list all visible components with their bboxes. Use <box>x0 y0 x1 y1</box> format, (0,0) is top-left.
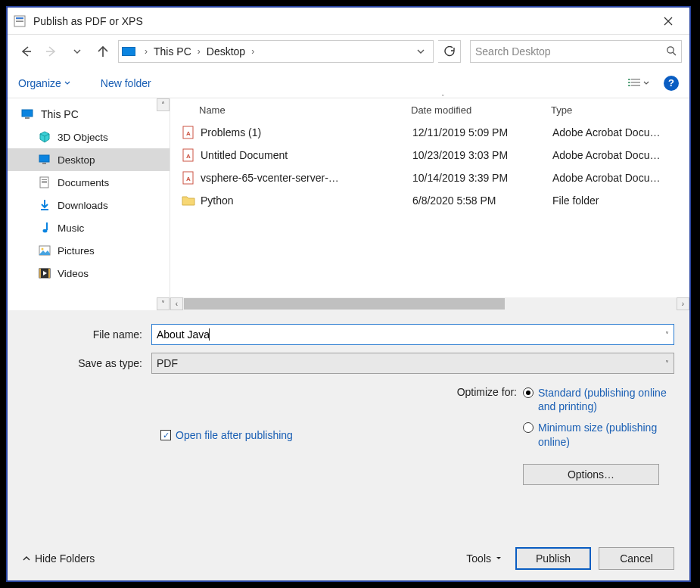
dialog-window: Publish as PDF or XPS › This PC › Deskto… <box>6 6 691 582</box>
tree-item-desktop[interactable]: Desktop <box>8 148 170 171</box>
svg-rect-25 <box>48 269 50 278</box>
file-date: 10/23/2019 3:03 PM <box>412 149 552 161</box>
chevron-down-icon <box>64 80 70 86</box>
tools-menu[interactable]: Tools <box>466 552 502 565</box>
tree-scroll-up[interactable]: ˄ <box>157 98 170 111</box>
horizontal-scrollbar[interactable]: ‹ › <box>170 297 689 310</box>
svg-rect-19 <box>41 209 48 210</box>
optimize-label: Optimize for: <box>457 386 517 485</box>
svg-point-22 <box>42 248 44 250</box>
search-placeholder: Search Desktop <box>475 45 666 58</box>
videos-icon <box>38 266 51 280</box>
cancel-button[interactable]: Cancel <box>599 547 674 570</box>
svg-text:A: A <box>186 130 191 137</box>
recent-dropdown[interactable] <box>67 41 88 62</box>
scroll-left-icon[interactable]: ‹ <box>170 297 183 310</box>
tree-root-this-pc[interactable]: This PC <box>8 103 170 126</box>
filename-input[interactable]: About Java ˅ <box>151 324 674 345</box>
svg-rect-16 <box>42 179 47 180</box>
savetype-value: PDF <box>157 357 178 369</box>
svg-text:A: A <box>186 176 191 182</box>
hide-folders-toggle[interactable]: Hide Folders <box>23 552 95 565</box>
tree-item-pictures[interactable]: Pictures <box>8 239 170 262</box>
col-type[interactable]: Type <box>551 104 689 116</box>
scroll-thumb[interactable] <box>184 298 505 310</box>
file-row[interactable]: AProblems (1)12/11/2019 5:09 PMAdobe Acr… <box>170 121 689 144</box>
organize-label: Organize <box>18 77 61 89</box>
crumb-this-pc[interactable]: This PC <box>151 45 194 58</box>
doc-icon <box>38 176 51 189</box>
tree-item-music[interactable]: Music <box>8 216 170 239</box>
file-row[interactable]: AUntitled Document10/23/2019 3:03 PMAdob… <box>170 144 689 166</box>
titlebar: Publish as PDF or XPS <box>8 8 689 35</box>
svg-rect-7 <box>628 82 630 83</box>
col-name[interactable]: Name <box>199 104 411 116</box>
pictures-icon <box>38 244 51 257</box>
file-date: 12/11/2019 5:09 PM <box>412 126 552 138</box>
toolbar: Organize New folder ? <box>8 68 689 98</box>
scroll-track[interactable] <box>183 297 677 310</box>
tree-item-documents[interactable]: Documents <box>8 171 170 194</box>
publish-button[interactable]: Publish <box>515 547 591 570</box>
crumb-desktop[interactable]: Desktop <box>204 45 248 58</box>
forward-button[interactable] <box>41 41 62 62</box>
search-icon <box>666 45 677 58</box>
address-dropdown[interactable] <box>412 42 430 61</box>
chevron-down-icon[interactable]: ˅ <box>665 359 669 368</box>
open-after-publish-checkbox[interactable]: ✓ Open file after publishing <box>160 386 293 485</box>
optimize-standard-label: Standard (publishing online and printing… <box>538 386 674 413</box>
chevron-up-icon <box>23 555 30 562</box>
close-button[interactable] <box>653 11 683 32</box>
file-type: Adobe Acrobat Docu… <box>552 149 689 161</box>
tools-label: Tools <box>466 552 491 565</box>
optimize-standard-radio[interactable]: Standard (publishing online and printing… <box>523 386 674 413</box>
scroll-right-icon[interactable]: › <box>677 297 689 310</box>
svg-rect-2 <box>16 20 23 20</box>
address-bar[interactable]: › This PC › Desktop › <box>118 40 434 63</box>
svg-rect-3 <box>16 21 23 22</box>
col-date[interactable]: ˅ Date modified <box>411 104 551 116</box>
file-name: Untitled Document <box>201 149 412 161</box>
help-button[interactable]: ? <box>664 76 679 91</box>
refresh-button[interactable] <box>438 40 461 63</box>
tree-item-3d-objects[interactable]: 3D Objects <box>8 126 170 148</box>
tree-item-videos[interactable]: Videos <box>8 262 170 285</box>
back-button[interactable] <box>15 41 36 62</box>
optimize-minimum-radio[interactable]: Minimum size (publishing online) <box>523 421 674 448</box>
chevron-down-icon[interactable]: ˅ <box>665 331 669 339</box>
view-mode-button[interactable] <box>621 73 656 93</box>
new-folder-button[interactable]: New folder <box>101 77 151 89</box>
file-row[interactable]: Avsphere-65-vcenter-server-…10/14/2019 3… <box>170 166 689 189</box>
search-input[interactable]: Search Desktop <box>470 40 682 63</box>
music-icon <box>38 221 51 235</box>
svg-rect-14 <box>42 163 46 164</box>
save-panel: File name: About Java ˅ Save as type: PD… <box>8 310 689 538</box>
file-row[interactable]: Python6/8/2020 5:58 PMFile folder <box>170 189 689 212</box>
svg-rect-10 <box>631 85 640 86</box>
file-type: File folder <box>552 194 689 207</box>
organize-menu[interactable]: Organize <box>18 77 70 89</box>
options-button[interactable]: Options… <box>523 464 659 485</box>
chevron-right-icon: › <box>194 46 204 57</box>
app-icon <box>14 14 27 28</box>
filename-value: About Java <box>157 328 210 341</box>
file-list: Name ˅ Date modified Type AProblems (1)1… <box>170 98 689 310</box>
svg-rect-8 <box>631 82 640 82</box>
tree-item-label: Music <box>58 222 84 234</box>
up-button[interactable] <box>92 41 114 62</box>
desktop-icon <box>38 153 51 166</box>
tree-item-downloads[interactable]: Downloads <box>8 194 170 216</box>
svg-rect-18 <box>42 182 47 183</box>
svg-rect-17 <box>42 181 47 182</box>
tree-item-label: Videos <box>58 268 89 279</box>
tree-label: This PC <box>41 108 79 120</box>
svg-rect-12 <box>25 117 30 119</box>
filename-label: File name: <box>23 328 151 341</box>
svg-text:A: A <box>186 153 191 160</box>
svg-rect-13 <box>39 155 49 162</box>
savetype-dropdown[interactable]: PDF ˅ <box>151 353 674 374</box>
tree-scroll-down[interactable]: ˅ <box>157 297 170 310</box>
nav-tree: ˄ This PC 3D ObjectsDesktopDocumentsDown… <box>8 98 170 310</box>
svg-rect-11 <box>22 110 33 117</box>
file-date: 10/14/2019 3:39 PM <box>412 172 552 184</box>
